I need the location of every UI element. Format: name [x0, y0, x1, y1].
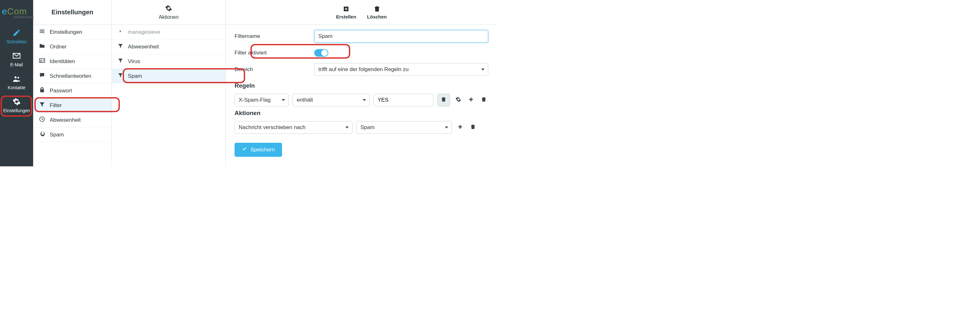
nav-settings[interactable]: Einstellungen	[0, 94, 33, 117]
settings-item-filter[interactable]: Filter	[33, 98, 111, 113]
chevron-right-icon	[118, 29, 123, 36]
filterset-heading[interactable]: managesieve	[112, 25, 225, 40]
settings-item-label: Filter	[50, 102, 62, 109]
settings-item-absence[interactable]: Abwesenheit	[33, 113, 111, 127]
create-label: Erstellen	[336, 14, 356, 19]
action-target-wrap: Spam	[356, 121, 452, 134]
nav-contacts[interactable]: Kontakte	[0, 71, 33, 94]
editor-toolbar: Erstellen Löschen	[226, 0, 497, 25]
plus-icon	[468, 97, 474, 103]
svg-point-1	[18, 77, 19, 78]
filter-item-spam[interactable]: Spam	[112, 69, 225, 83]
settings-item-label: Einstellungen	[50, 29, 82, 35]
fire-icon	[39, 130, 45, 138]
settings-item-label: Identitäten	[50, 58, 75, 65]
scope-select[interactable]: trifft auf eine der folgenden Regeln zu	[314, 63, 488, 76]
scope-select-wrap: trifft auf eine der folgenden Regeln zu	[314, 63, 488, 76]
idcard-icon	[39, 57, 45, 65]
settings-item-label: Passwort	[50, 87, 72, 94]
settings-item-password[interactable]: Passwort	[33, 83, 111, 98]
settings-header: Einstellungen	[33, 0, 111, 25]
trash-icon	[441, 97, 447, 103]
nav-settings-label: Einstellungen	[3, 108, 30, 113]
rule-advanced-button[interactable]	[454, 94, 463, 107]
lock-icon	[39, 87, 45, 95]
filter-icon	[118, 58, 123, 65]
nav-rail: eCom webservices Schreiben E-Mail Kontak…	[0, 0, 33, 166]
filtername-input[interactable]	[314, 30, 488, 43]
sliders-icon	[39, 28, 45, 36]
settings-item-responses[interactable]: Schnellantworten	[33, 69, 111, 83]
filter-item-label: Abwesenheit	[128, 44, 159, 50]
action-row: Nachricht verschieben nach Spam	[235, 121, 488, 134]
action-add-button[interactable]	[456, 121, 465, 134]
enabled-label: Filter aktiviert	[235, 50, 314, 56]
app-logo: eCom webservices	[0, 0, 33, 25]
settings-item-preferences[interactable]: Einstellungen	[33, 25, 111, 40]
rule-op-wrap: enthält	[293, 94, 370, 107]
check-icon	[242, 146, 247, 154]
filterset-name: managesieve	[128, 29, 160, 35]
filter-icon	[39, 101, 45, 109]
plus-icon	[457, 124, 463, 131]
rule-delete-button[interactable]	[437, 94, 450, 107]
filter-editor: Erstellen Löschen Filtername Filter akti…	[226, 0, 497, 166]
save-label: Speichern	[250, 146, 275, 153]
rule-row: X-Spam-Flag enthält	[235, 94, 488, 107]
speech-icon	[39, 72, 45, 80]
save-button[interactable]: Speichern	[235, 143, 282, 157]
action-remove-button[interactable]	[468, 121, 477, 134]
nav-mail-label: E-Mail	[10, 62, 23, 67]
filter-icon	[118, 72, 123, 80]
actions-header-label: Aktionen	[159, 14, 178, 20]
filter-item-absence[interactable]: Abwesenheit	[112, 40, 225, 54]
settings-item-identities[interactable]: Identitäten	[33, 54, 111, 69]
compose-icon	[13, 29, 21, 38]
settings-item-spam[interactable]: Spam	[33, 127, 111, 142]
filter-form: Filtername Filter aktiviert Bereich trif…	[226, 25, 497, 166]
nav-contacts-label: Kontakte	[8, 85, 25, 90]
contacts-icon	[13, 75, 21, 84]
rule-remove-button[interactable]	[479, 94, 488, 107]
plus-square-icon	[343, 5, 350, 14]
filter-icon	[118, 43, 123, 50]
trash-icon	[470, 124, 476, 131]
action-type-wrap: Nachricht verschieben nach	[235, 121, 353, 134]
svg-point-2	[40, 60, 42, 61]
nav-compose[interactable]: Schreiben	[0, 25, 33, 48]
filter-item-label: Virus	[128, 58, 140, 65]
svg-point-0	[15, 76, 17, 78]
settings-item-label: Ordner	[50, 44, 67, 50]
scope-label: Bereich	[235, 66, 314, 73]
gear-icon	[165, 5, 172, 14]
delete-button[interactable]: Löschen	[367, 5, 387, 19]
rules-header: Regeln	[235, 82, 488, 89]
logo-part2: Com	[7, 6, 27, 16]
row-filtername: Filtername	[235, 30, 488, 43]
actions-header: Aktionen	[235, 110, 488, 117]
rule-value-input[interactable]	[374, 94, 433, 107]
create-button[interactable]: Erstellen	[336, 5, 356, 19]
clock-icon	[39, 116, 45, 124]
settings-item-label: Abwesenheit	[50, 117, 81, 123]
action-target-select[interactable]: Spam	[356, 121, 452, 134]
trash-icon	[374, 5, 380, 14]
rule-add-button[interactable]	[466, 94, 476, 107]
settings-item-label: Schnellantworten	[50, 73, 91, 80]
logo-sub: webservices	[2, 15, 33, 19]
actions-column: Aktionen managesieve Abwesenheit Virus S…	[112, 0, 226, 166]
settings-column: Einstellungen Einstellungen Ordner Ident…	[33, 0, 112, 166]
action-type-select[interactable]: Nachricht verschieben nach	[235, 121, 353, 134]
enabled-toggle[interactable]	[314, 49, 328, 57]
row-scope: Bereich trifft auf eine der folgenden Re…	[235, 63, 488, 76]
nav-mail[interactable]: E-Mail	[0, 48, 33, 71]
filtername-label: Filtername	[235, 33, 314, 40]
gear-icon	[455, 97, 461, 103]
rule-op-select[interactable]: enthält	[293, 94, 370, 107]
filter-item-virus[interactable]: Virus	[112, 54, 225, 69]
actions-header: Aktionen	[112, 0, 225, 25]
rule-field-select[interactable]: X-Spam-Flag	[235, 94, 289, 107]
logo-part1: e	[2, 6, 7, 16]
settings-item-folders[interactable]: Ordner	[33, 40, 111, 54]
row-enabled: Filter aktiviert	[235, 49, 488, 57]
